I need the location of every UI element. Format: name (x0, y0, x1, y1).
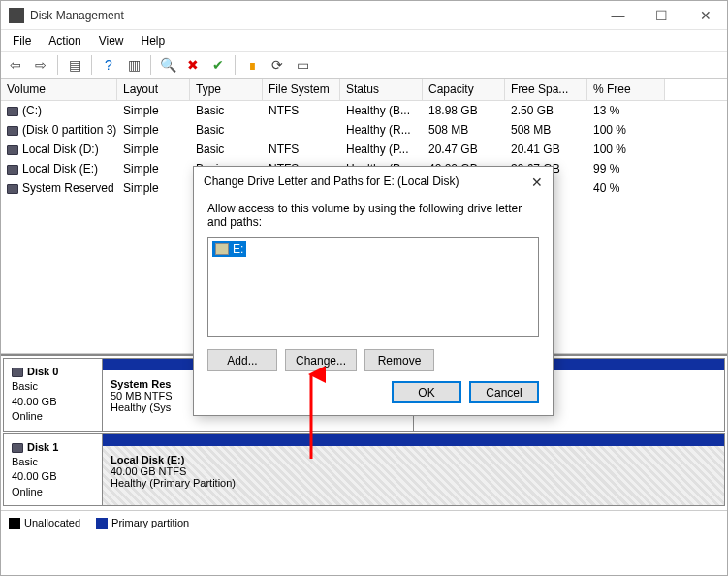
separator (57, 55, 58, 75)
window-title: Disk Management (30, 9, 596, 22)
drive-icon (215, 243, 229, 255)
title-bar: Disk Management — ☐ ✕ (1, 1, 727, 30)
dialog-title: Change Drive Letter and Paths for E: (Lo… (204, 175, 531, 190)
dialog-message: Allow access to this volume by using the… (207, 202, 539, 229)
maximize-button[interactable]: ☐ (640, 1, 683, 29)
layout-icon[interactable]: ▭ (292, 54, 313, 76)
new-icon[interactable]: ∎ (241, 54, 263, 76)
volume-row[interactable]: (Disk 0 partition 3)SimpleBasicHealthy (… (1, 120, 727, 140)
volume-header: Volume Layout Type File System Status Ca… (1, 79, 727, 101)
col-free[interactable]: Free Spa... (505, 79, 587, 100)
minimize-button[interactable]: — (596, 1, 640, 29)
forward-icon[interactable]: ⇨ (30, 54, 51, 76)
scan-icon[interactable]: 🔍 (157, 54, 178, 76)
separator (91, 55, 92, 75)
cancel-button[interactable]: Cancel (469, 381, 539, 403)
disk-partitions: Local Disk (E:)40.00 GB NTFSHealthy (Pri… (103, 433, 725, 507)
legend-unallocated: Unallocated (9, 517, 80, 529)
menu-file[interactable]: File (5, 32, 39, 49)
separator (150, 55, 151, 75)
col-capacity[interactable]: Capacity (423, 79, 505, 100)
volume-row[interactable]: (C:)SimpleBasicNTFSHealthy (B...18.98 GB… (1, 101, 727, 120)
separator (235, 55, 236, 75)
disk-row: Disk 1Basic40.00 GBOnlineLocal Disk (E:)… (3, 433, 725, 507)
legend-primary: Primary partition (96, 517, 189, 529)
col-pfree[interactable]: % Free (587, 79, 665, 100)
help-icon[interactable]: ? (98, 54, 119, 76)
menu-action[interactable]: Action (41, 32, 88, 49)
add-button[interactable]: Add... (207, 349, 277, 371)
menu-help[interactable]: Help (134, 32, 174, 49)
ok-button[interactable]: OK (392, 381, 461, 403)
disk-info[interactable]: Disk 0Basic40.00 GBOnline (3, 358, 103, 432)
toolbar: ⇦ ⇨ ▤ ? ▥ 🔍 ✖ ✔ ∎ ⟳ ▭ (1, 51, 727, 79)
partition[interactable]: Local Disk (E:)40.00 GB NTFSHealthy (Pri… (103, 434, 724, 506)
drive-letter: E: (233, 242, 243, 256)
volume-row[interactable]: Local Disk (D:)SimpleBasicNTFSHealthy (P… (1, 140, 727, 159)
remove-button[interactable]: Remove (364, 349, 434, 371)
change-drive-letter-dialog: Change Drive Letter and Paths for E: (Lo… (193, 166, 554, 416)
close-button[interactable]: ✕ (683, 1, 727, 29)
properties-icon[interactable]: ▤ (64, 54, 85, 76)
drive-list-item[interactable]: E: (212, 241, 246, 257)
back-icon[interactable]: ⇦ (5, 54, 26, 76)
col-layout[interactable]: Layout (117, 79, 190, 100)
app-icon (9, 8, 24, 23)
dialog-close-icon[interactable]: ✕ (531, 175, 543, 190)
show-hide-icon[interactable]: ▥ (123, 54, 144, 76)
menu-bar: File Action View Help (1, 30, 727, 51)
disk-info[interactable]: Disk 1Basic40.00 GBOnline (3, 433, 103, 507)
refresh-icon[interactable]: ⟳ (267, 54, 288, 76)
legend: Unallocated Primary partition (1, 510, 727, 535)
dialog-titlebar: Change Drive Letter and Paths for E: (Lo… (194, 167, 553, 198)
change-button[interactable]: Change... (285, 349, 357, 371)
col-status[interactable]: Status (340, 79, 423, 100)
col-volume[interactable]: Volume (1, 79, 117, 100)
check-icon[interactable]: ✔ (207, 54, 229, 76)
menu-view[interactable]: View (91, 32, 132, 49)
col-type[interactable]: Type (190, 79, 263, 100)
drive-list[interactable]: E: (207, 237, 539, 337)
col-filesystem[interactable]: File System (263, 79, 340, 100)
window-controls: — ☐ ✕ (596, 1, 727, 29)
delete-icon[interactable]: ✖ (182, 54, 204, 76)
